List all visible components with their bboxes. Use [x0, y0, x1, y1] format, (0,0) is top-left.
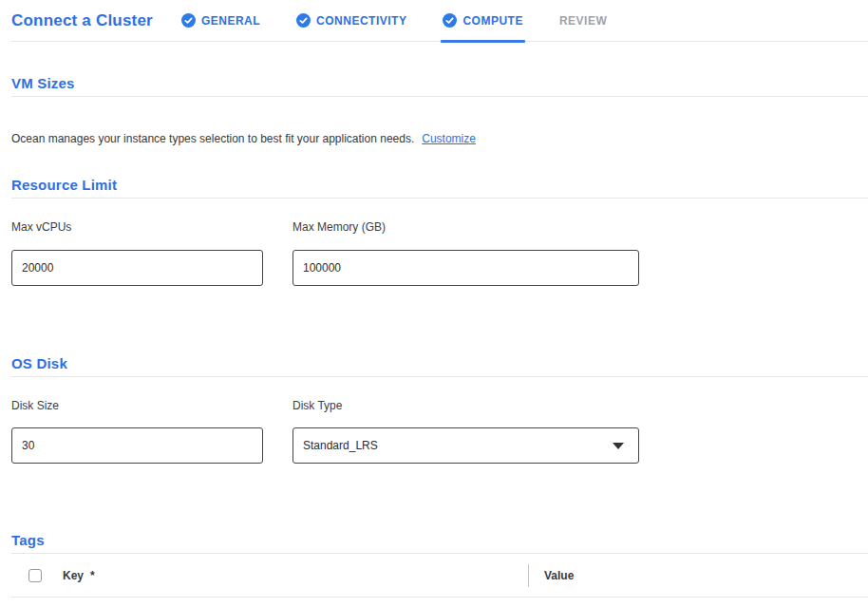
check-circle-icon	[443, 13, 457, 28]
vm-sizes-description-text: Ocean manages your instance types select…	[11, 132, 414, 145]
os-disk-heading: OS Disk	[11, 355, 868, 377]
os-disk-labels: Disk Size Disk Type	[11, 399, 868, 412]
disk-size-label: Disk Size	[11, 399, 263, 412]
page-title: Connect a Cluster	[11, 11, 153, 30]
disk-type-selected-value: Standard_LRS	[303, 439, 378, 452]
check-circle-icon	[181, 13, 196, 28]
select-all-checkbox[interactable]	[28, 569, 42, 582]
resource-limit-labels: Max vCPUs Max Memory (GB)	[11, 220, 868, 234]
tab-label: REVIEW	[559, 14, 607, 28]
max-memory-input[interactable]	[292, 250, 639, 286]
required-marker: *	[90, 569, 95, 582]
tab-label: CONNECTIVITY	[316, 14, 406, 28]
resource-limit-heading: Resource Limit	[11, 177, 868, 199]
vm-sizes-description: Ocean manages your instance types select…	[11, 132, 868, 145]
tab-label: COMPUTE	[462, 14, 523, 28]
disk-type-label: Disk Type	[292, 399, 639, 412]
tab-review[interactable]: REVIEW	[559, 0, 607, 41]
tags-key-column-header: Key *	[63, 569, 528, 582]
disk-type-select[interactable]: Standard_LRS	[292, 427, 639, 464]
key-column-label: Key	[63, 569, 84, 582]
tags-value-column-header: Value	[529, 569, 574, 582]
tab-general[interactable]: GENERAL	[181, 0, 260, 41]
tab-compute[interactable]: COMPUTE	[443, 0, 523, 41]
resource-limit-fields	[11, 250, 868, 286]
os-disk-fields: Standard_LRS	[11, 427, 868, 464]
tab-label: GENERAL	[201, 14, 260, 28]
vm-sizes-heading: VM Sizes	[11, 75, 868, 97]
disk-size-input[interactable]	[11, 427, 263, 464]
check-circle-icon	[296, 13, 311, 28]
wizard-header: Connect a Cluster GENERAL CONNECTIVITY C…	[11, 0, 868, 42]
max-vcpus-label: Max vCPUs	[11, 220, 263, 234]
tab-bar: GENERAL CONNECTIVITY COMPUTE REVIEW	[181, 0, 607, 41]
max-vcpus-input[interactable]	[11, 250, 263, 286]
tags-heading: Tags	[11, 532, 868, 554]
connect-cluster-wizard: Connect a Cluster GENERAL CONNECTIVITY C…	[0, 0, 868, 598]
max-memory-label: Max Memory (GB)	[292, 220, 639, 234]
select-all-cell	[11, 569, 63, 582]
customize-link[interactable]: Customize	[422, 132, 476, 145]
tags-table-header: Key * Value	[11, 554, 868, 598]
tab-connectivity[interactable]: CONNECTIVITY	[296, 0, 406, 41]
caret-down-icon	[613, 443, 624, 449]
active-tab-indicator	[441, 40, 525, 43]
